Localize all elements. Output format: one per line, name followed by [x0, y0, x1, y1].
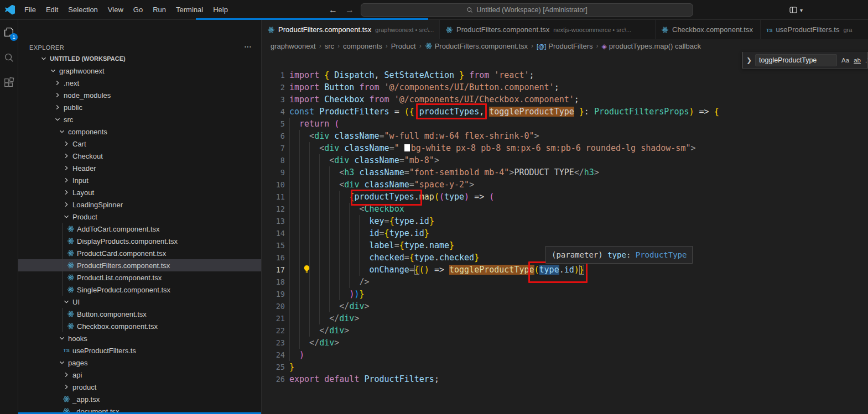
- code-line-18[interactable]: 18 />: [262, 276, 868, 288]
- line-number: 8: [262, 154, 285, 166]
- code-line-8[interactable]: 8 <div className="mb-8">: [262, 154, 868, 166]
- tree-item-label: ProductFilters.component.tsx: [77, 261, 170, 270]
- tree-folder-components[interactable]: components: [18, 125, 262, 138]
- code-line-9[interactable]: 9 <h3 className="font-semibold mb-4">PRO…: [262, 166, 868, 179]
- menu-terminal[interactable]: Terminal: [171, 4, 208, 15]
- tree-folder-src[interactable]: src: [18, 113, 262, 125]
- menu-selection[interactable]: Selection: [63, 4, 102, 15]
- breadcrumb-item-graphwoonext[interactable]: graphwoonext: [271, 42, 316, 50]
- tree-item-label: Product: [72, 213, 97, 221]
- tree-file-productlist-component-tsx[interactable]: ProductList.component.tsx: [18, 271, 262, 284]
- tab-useproductfilters-ts-3[interactable]: TSuseProductFilters.tsgra: [761, 20, 868, 39]
- menu-run[interactable]: Run: [148, 4, 171, 15]
- breadcrumb-item-producttypes-map-callback[interactable]: ◈productTypes.map() callback: [602, 42, 701, 50]
- tree-folder-layout[interactable]: Layout: [18, 186, 262, 198]
- menu-go[interactable]: Go: [128, 4, 148, 15]
- tree-folder-node-modules[interactable]: node_modules: [18, 89, 262, 101]
- breadcrumb-item-src[interactable]: src: [325, 42, 334, 50]
- tab-productfilters-component-tsx-1[interactable]: ProductFilters.component.tsxnextjs-wooco…: [440, 20, 656, 39]
- code-line-10[interactable]: 10 <div className="space-y-2">: [262, 179, 868, 191]
- regex-toggle[interactable]: .*: [865, 57, 868, 64]
- breadcrumb-item-components[interactable]: components: [343, 42, 382, 50]
- tree-folder-cart[interactable]: Cart: [18, 138, 262, 150]
- tree-file-checkbox-component-tsx[interactable]: Checkbox.component.tsx: [18, 320, 262, 332]
- react-icon: [425, 42, 433, 50]
- code-line-3[interactable]: 3import Checkbox from '@/components/UI/C…: [262, 93, 868, 106]
- tree-folder--next[interactable]: .next: [18, 77, 262, 89]
- tree-folder-checkout[interactable]: Checkout: [18, 150, 262, 162]
- code-line-4[interactable]: 4const ProductFilters = ({ productTypes,…: [262, 106, 868, 118]
- tree-file-useproductfilters-ts[interactable]: TSuseProductFilters.ts: [18, 344, 262, 357]
- breadcrumb-item-product[interactable]: Product: [391, 42, 416, 50]
- match-case-toggle[interactable]: Aa: [841, 57, 849, 64]
- code-line-22[interactable]: 22 </div>: [262, 324, 868, 337]
- tree-file-productcard-component-tsx[interactable]: ProductCard.component.tsx: [18, 247, 262, 259]
- code-line-17[interactable]: 17 onChange={() => toggleProductType(typ…: [262, 264, 868, 276]
- code-line-23[interactable]: 23 </div>: [262, 337, 868, 349]
- code-line-1[interactable]: 1import { Dispatch, SetStateAction } fro…: [262, 69, 868, 81]
- tab-productfilters-component-tsx-0[interactable]: ProductFilters.component.tsxgraphwoonext…: [262, 20, 440, 39]
- code-line-6[interactable]: 6 <div className="w-full md:w-64 flex-sh…: [262, 130, 868, 142]
- menu-view[interactable]: View: [103, 4, 128, 15]
- tree-folder-header[interactable]: Header: [18, 162, 262, 174]
- breadcrumb-item-productfilters[interactable]: [@]ProductFilters: [537, 42, 592, 50]
- tree-folder-loadingspinner[interactable]: LoadingSpinner: [18, 198, 262, 211]
- chev-down-icon: [58, 358, 66, 367]
- menu-edit[interactable]: Edit: [41, 4, 63, 15]
- tree-folder-input[interactable]: Input: [18, 174, 262, 186]
- explorer-more-actions[interactable]: ⋯: [244, 42, 252, 51]
- tree-folder-pages[interactable]: pages: [18, 357, 262, 369]
- tree-folder-product[interactable]: Product: [18, 211, 262, 223]
- line-number: 7: [262, 142, 285, 154]
- tree-item-label: UNTITLED (WORKSPACE): [50, 55, 126, 62]
- tree-file-button-component-tsx[interactable]: Button.component.tsx: [18, 308, 262, 320]
- code-line-20[interactable]: 20 </div>: [262, 300, 868, 312]
- layout-icon[interactable]: [789, 6, 798, 14]
- code-line-19[interactable]: 19 ))}: [262, 288, 868, 300]
- tree-folder-public[interactable]: public: [18, 101, 262, 113]
- tree-folder-ui[interactable]: UI: [18, 296, 262, 308]
- tree-folder-graphwoonext[interactable]: graphwoonext: [18, 65, 262, 77]
- whole-word-toggle[interactable]: ab: [854, 57, 861, 64]
- code-line-21[interactable]: 21 </div>: [262, 312, 868, 324]
- tree-folder-product[interactable]: product: [18, 381, 262, 393]
- code-line-14[interactable]: 14 id={type.id}: [262, 227, 868, 239]
- tree-folder-untitled-workspace-[interactable]: UNTITLED (WORKSPACE): [18, 53, 262, 65]
- code-line-25[interactable]: 25}: [262, 361, 868, 373]
- tree-file-singleproduct-component-tsx[interactable]: SingleProduct.component.tsx: [18, 284, 262, 296]
- code-line-7[interactable]: 7 <div className=" bg-white px-8 pb-8 sm…: [262, 142, 868, 154]
- tree-folder-hooks[interactable]: hooks: [18, 332, 262, 344]
- code-line-26[interactable]: 26export default ProductFilters;: [262, 373, 868, 385]
- menu-help[interactable]: Help: [208, 4, 233, 15]
- code-line-24[interactable]: 24 ): [262, 349, 868, 361]
- code-line-2[interactable]: 2import Button from '@/components/UI/But…: [262, 81, 868, 93]
- extensions-icon[interactable]: [2, 76, 15, 90]
- code-line-11[interactable]: 11 {productTypes.map((type) => (: [262, 191, 868, 203]
- search-sidebar-icon[interactable]: [2, 51, 15, 64]
- toggle-replace-chevron-icon[interactable]: ❯: [743, 56, 755, 64]
- code-line-12[interactable]: 12 <Checkbox: [262, 203, 868, 215]
- tree-file-addtocart-component-tsx[interactable]: AddToCart.component.tsx: [18, 223, 262, 235]
- quick-fix-lightbulb-icon[interactable]: [303, 265, 311, 274]
- find-widget: ❯ Aa ab .*: [742, 52, 868, 69]
- tree-folder-api[interactable]: api: [18, 369, 262, 381]
- menu-file[interactable]: File: [19, 4, 41, 15]
- tab-checkbox-component-tsx-2[interactable]: Checkbox.component.tsx: [656, 20, 761, 39]
- chevron-down-icon[interactable]: ▾: [800, 7, 803, 13]
- tab-description: gra: [843, 27, 852, 33]
- menu-bar: FileEditSelectionViewGoRunTerminalHelp: [19, 4, 233, 15]
- code-line-13[interactable]: 13 key={type.id}: [262, 215, 868, 227]
- explorer-icon[interactable]: 1: [2, 25, 15, 39]
- history-back-icon[interactable]: ←: [329, 5, 337, 15]
- breadcrumb-item-productfilters-component-tsx[interactable]: ProductFilters.component.tsx: [425, 42, 528, 50]
- chev-right-icon: [62, 151, 71, 160]
- code-line-5[interactable]: 5 return (: [262, 118, 868, 130]
- code-editor[interactable]: 1import { Dispatch, SetStateAction } fro…: [262, 69, 868, 385]
- find-input[interactable]: [755, 54, 837, 66]
- tree-file-displayproducts-component-tsx[interactable]: DisplayProducts.component.tsx: [18, 235, 262, 247]
- tree-file--app-tsx[interactable]: _app.tsx: [18, 393, 262, 405]
- command-center-search[interactable]: Untitled (Workspace) [Administrator]: [361, 3, 693, 17]
- history-forward-icon[interactable]: →: [345, 5, 354, 15]
- tree-file-productfilters-component-tsx[interactable]: ProductFilters.component.tsx: [18, 259, 262, 271]
- line-number: 10: [262, 179, 285, 191]
